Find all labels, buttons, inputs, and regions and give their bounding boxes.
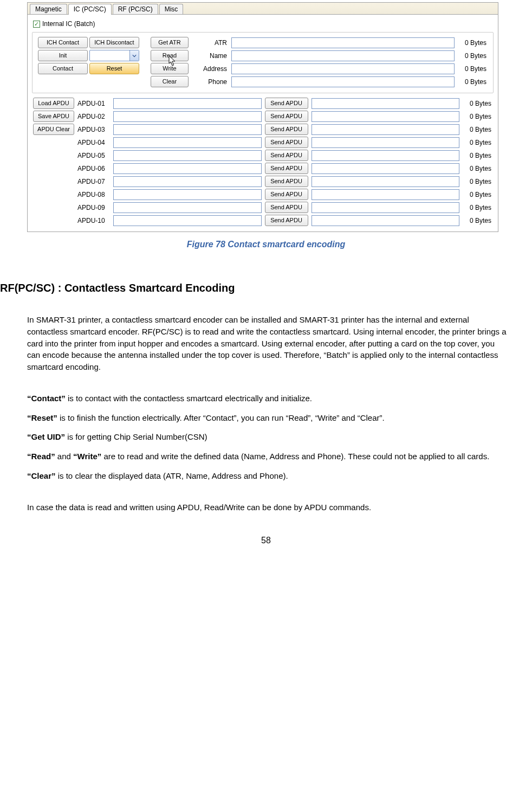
contact-button[interactable]: Contact — [38, 63, 88, 74]
tab-magnetic[interactable]: Magnetic — [30, 4, 67, 14]
apdu-result[interactable] — [312, 98, 460, 109]
phone-label: Phone — [198, 78, 228, 86]
def-clear: “Clear” is to clear the displayed data (… — [27, 470, 507, 482]
apdu-bytes: 0 Bytes — [463, 126, 492, 133]
apdu-bytes: 0 Bytes — [463, 165, 492, 172]
tab-strip: Magnetic IC (PC/SC) RF (PC/SC) Misc — [28, 3, 498, 15]
apdu-bytes: 0 Bytes — [463, 100, 492, 107]
send-apdu-button[interactable]: Send APDU — [265, 163, 308, 174]
name-label: Name — [198, 52, 228, 60]
address-bytes: 0 Bytes — [458, 65, 488, 73]
send-apdu-button[interactable]: Send APDU — [265, 150, 308, 161]
apdu-label: APDU-01 — [77, 100, 110, 107]
def-contact-text: is to contact with the contactless smart… — [66, 394, 312, 403]
init-button[interactable]: Init — [38, 50, 88, 61]
atr-label: ATR — [198, 39, 228, 47]
apdu-result[interactable] — [312, 163, 460, 174]
cursor-icon — [168, 55, 177, 67]
apdu-label: APDU-07 — [77, 178, 110, 185]
def-read-term: “Read” — [27, 452, 55, 461]
ich-contact-button[interactable]: ICH Contact — [38, 37, 88, 48]
left-button-grid: ICH Contact ICH Discontact Init Contact … — [38, 37, 141, 87]
apdu-grid: Load APDUAPDU-01Send APDU0 BytesSave APD… — [32, 97, 494, 227]
apdu-input[interactable] — [113, 150, 262, 161]
apdu-left-button-2[interactable]: APDU Clear — [33, 124, 74, 135]
apdu-input[interactable] — [113, 137, 262, 148]
send-apdu-button[interactable]: Send APDU — [265, 137, 308, 148]
check-icon: ✓ — [33, 21, 40, 28]
apdu-bytes: 0 Bytes — [463, 152, 492, 159]
def-getuid-text: is for getting Chip Serial Number(CSN) — [65, 432, 207, 441]
apdu-input[interactable] — [113, 98, 262, 109]
def-write-term: “Write” — [73, 452, 101, 461]
send-apdu-button[interactable]: Send APDU — [265, 215, 308, 226]
def-contact: “Contact” is to contact with the contact… — [27, 393, 507, 404]
name-bytes: 0 Bytes — [458, 52, 488, 60]
apdu-result[interactable] — [312, 189, 460, 200]
apdu-bytes: 0 Bytes — [463, 204, 492, 211]
apdu-label: APDU-02 — [77, 113, 110, 120]
def-rw-text: are to read and write the defined data (… — [101, 452, 489, 461]
apdu-label: APDU-08 — [77, 191, 110, 198]
apdu-input[interactable] — [113, 163, 262, 174]
clear-button[interactable]: Clear — [151, 76, 189, 87]
def-getuid: “Get UID” is for getting Chip Serial Num… — [27, 431, 507, 443]
def-and: and — [55, 452, 73, 461]
page-number: 58 — [0, 536, 532, 545]
get-atr-button[interactable]: Get ATR — [151, 37, 189, 48]
fields-grid: ATR 0 Bytes Name 0 Bytes Address 0 Bytes… — [198, 37, 488, 87]
app-panel: Magnetic IC (PC/SC) RF (PC/SC) Misc ✓ In… — [27, 2, 498, 232]
tab-rf-pcsc[interactable]: RF (PC/SC) — [113, 4, 158, 14]
atr-bytes: 0 Bytes — [458, 39, 488, 47]
top-group: ICH Contact ICH Discontact Init Contact … — [32, 32, 494, 93]
name-input[interactable] — [231, 50, 455, 61]
def-clear-text: is to clear the displayed data (ATR, Nam… — [56, 471, 288, 480]
apdu-bytes: 0 Bytes — [463, 191, 492, 198]
apdu-input[interactable] — [113, 202, 262, 213]
apdu-left-button-1[interactable]: Save APDU — [33, 111, 74, 122]
apdu-left-button-0[interactable]: Load APDU — [33, 98, 74, 109]
apdu-result[interactable] — [312, 176, 460, 187]
send-apdu-button[interactable]: Send APDU — [265, 98, 308, 109]
def-reset: “Reset” is to finish the function electr… — [27, 412, 507, 424]
checkbox-label: Internal IC (Batch) — [42, 20, 95, 28]
phone-bytes: 0 Bytes — [458, 78, 488, 86]
def-read-write: “Read” and “Write” are to read and write… — [27, 451, 507, 462]
send-apdu-button[interactable]: Send APDU — [265, 124, 308, 135]
init-combo[interactable] — [89, 50, 139, 61]
apdu-input[interactable] — [113, 124, 262, 135]
apdu-result[interactable] — [312, 215, 460, 226]
apdu-input[interactable] — [113, 176, 262, 187]
document-body: In SMART-31 printer, a contactless smart… — [0, 314, 507, 513]
send-apdu-button[interactable]: Send APDU — [265, 202, 308, 213]
phone-input[interactable] — [231, 76, 455, 87]
tab-misc[interactable]: Misc — [159, 4, 184, 14]
def-getuid-term: “Get UID” — [27, 432, 65, 441]
apdu-result[interactable] — [312, 137, 460, 148]
reset-button[interactable]: Reset — [89, 63, 139, 74]
tab-body: ✓ Internal IC (Batch) ICH Contact ICH Di… — [28, 15, 498, 232]
send-apdu-button[interactable]: Send APDU — [265, 111, 308, 122]
apdu-input[interactable] — [113, 215, 262, 226]
intro-paragraph: In SMART-31 printer, a contactless smart… — [27, 314, 507, 373]
apdu-result[interactable] — [312, 111, 460, 122]
send-apdu-button[interactable]: Send APDU — [265, 189, 308, 200]
atr-input[interactable] — [231, 37, 455, 48]
address-input[interactable] — [231, 63, 455, 74]
apdu-result[interactable] — [312, 124, 460, 135]
tab-ic-pcsc[interactable]: IC (PC/SC) — [68, 4, 112, 15]
def-reset-term: “Reset” — [27, 413, 57, 422]
def-clear-term: “Clear” — [27, 471, 56, 480]
apdu-label: APDU-03 — [77, 126, 110, 133]
apdu-paragraph: In case the data is read and written usi… — [27, 502, 507, 513]
apdu-result[interactable] — [312, 150, 460, 161]
apdu-input[interactable] — [113, 111, 262, 122]
apdu-input[interactable] — [113, 189, 262, 200]
apdu-result[interactable] — [312, 202, 460, 213]
chevron-down-icon — [129, 50, 139, 61]
internal-ic-checkbox[interactable]: ✓ Internal IC (Batch) — [33, 20, 95, 28]
apdu-label: APDU-05 — [77, 152, 110, 159]
ich-discontact-button[interactable]: ICH Discontact — [89, 37, 139, 48]
send-apdu-button[interactable]: Send APDU — [265, 176, 308, 187]
apdu-label: APDU-04 — [77, 139, 110, 146]
